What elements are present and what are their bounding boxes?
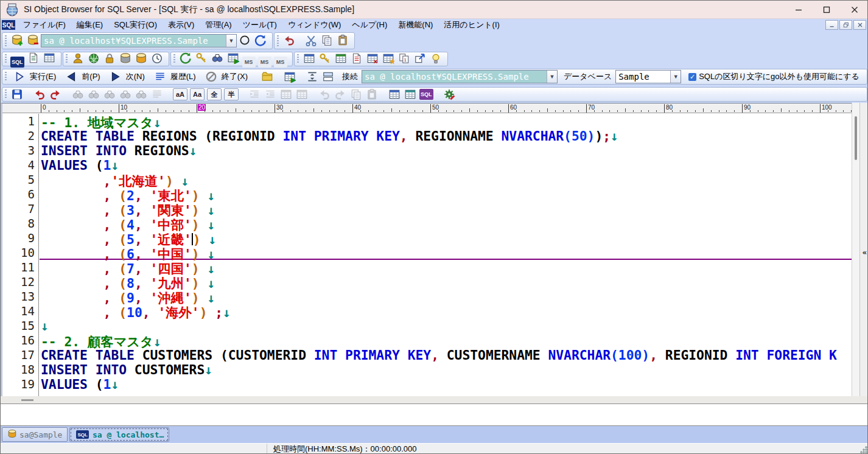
replace-icon[interactable] [135,88,148,101]
connection-combobox[interactable]: sa @ localhost¥SQLEXPRESS.Sample ▼ [41,34,237,47]
split-window-icon[interactable] [321,70,335,83]
find-prev-icon[interactable] [103,88,116,101]
splitter-handle[interactable] [21,399,33,401]
execute-button-icon[interactable] [13,70,26,83]
toolbar-grip[interactable] [5,89,7,99]
hint-icon[interactable] [429,52,443,65]
chevron-down-icon[interactable]: ▼ [547,71,557,83]
primary-key-icon[interactable] [318,52,332,65]
job-scheduler-icon[interactable] [150,52,164,65]
paste-icon[interactable] [336,33,349,47]
session-refresh-icon[interactable] [179,51,192,65]
save-icon[interactable] [10,88,24,101]
undo-icon[interactable] [33,88,46,101]
execute-to-grid-icon[interactable]: ▶ [283,70,296,83]
toolbar-grip[interactable] [277,35,279,46]
next-button[interactable]: 次(N) [105,70,150,83]
disconnect-database-icon[interactable] [26,33,40,47]
toolbar-grip[interactable] [5,35,7,46]
select-undo-icon[interactable] [318,88,331,101]
stop-icon[interactable] [238,33,251,47]
sql-reference-icon[interactable]: SQL [419,89,433,100]
window-tab-2[interactable]: SQLsa @ localhost… [69,427,169,442]
copy-icon[interactable] [320,33,334,47]
end-button[interactable]: 終了(X) [201,70,253,83]
redo-icon[interactable] [49,88,62,101]
table-analyze-icon[interactable]: ★ [382,52,395,65]
to-zenkaku-button[interactable]: 全 [207,88,222,100]
collapse-panel-button[interactable]: « [860,246,868,259]
find-icon[interactable] [71,88,85,101]
table-maintenance-icon[interactable] [334,52,348,65]
ms-profiler-icon[interactable]: MS [274,57,287,68]
tablespace-icon[interactable] [135,52,148,65]
menu-item[interactable]: 新機能(N) [393,19,438,30]
menu-item[interactable]: 管理(A) [200,19,237,30]
toolbar-grip[interactable] [5,72,7,82]
uncomment-block-icon[interactable] [295,88,309,101]
object-list-window-icon[interactable] [43,51,56,65]
undo-input-icon[interactable] [282,33,296,47]
ms-query-analyzer-icon[interactable]: MS [242,57,256,68]
table-drop-icon[interactable]: × [366,52,379,65]
data-display-icon[interactable] [303,52,316,65]
sql-search-icon[interactable] [211,51,224,65]
resize-grip[interactable] [859,445,867,453]
mdi-restore-button[interactable] [839,20,852,30]
sql-format-icon[interactable] [388,88,401,101]
mdi-close-button[interactable] [853,20,866,30]
unindent-icon[interactable] [264,88,277,101]
session-combobox[interactable]: sa @ localhost¥SQLEXPRESS.Sample ▼ [362,70,558,83]
delimiter-checkbox[interactable]: ✓ [688,73,696,81]
database-combobox[interactable]: Sample ▼ [615,70,681,83]
menu-item[interactable]: SQL実行(O) [108,19,163,30]
end-button-icon[interactable] [205,70,218,83]
execute-button[interactable]: 実行(E) [9,70,61,83]
vertical-scrollbar[interactable] [852,103,859,396]
horizontal-splitter[interactable] [1,396,868,403]
table-transfer-icon[interactable]: ▶ [226,51,240,65]
reconnect-icon[interactable] [254,33,267,47]
prev-button-icon[interactable] [65,70,78,83]
security-lock-icon[interactable] [103,52,116,65]
copy-object-icon[interactable]: 1 [397,52,411,65]
history-button-icon[interactable] [153,70,167,83]
select-redo-icon[interactable] [334,88,347,101]
close-button[interactable] [841,1,868,19]
mdi-minimize-button[interactable] [825,20,838,30]
window-tab-1[interactable]: sa@Sample [2,427,68,442]
code-area[interactable]: -- 1. 地域マスタ↓CREATE TABLE REGIONS (REGION… [40,114,852,396]
next-button-icon[interactable] [109,70,122,83]
select-paste-icon[interactable] [365,88,379,101]
to-uppercase-button[interactable]: aA [173,88,187,100]
script-window-icon[interactable] [27,51,40,65]
to-hankaku-button[interactable]: 半 [224,88,239,100]
ddl-display-icon[interactable] [350,52,363,65]
menu-item[interactable]: ツール(T) [237,19,282,30]
connect-database-icon[interactable] [10,33,24,47]
minimize-button[interactable] [785,1,813,19]
menu-item[interactable]: ファイル(F) [18,19,71,30]
menu-item[interactable]: ウィンドウ(W) [282,19,346,30]
menu-item[interactable]: ヘルプ(H) [346,19,393,30]
menu-item[interactable]: 編集(E) [71,19,108,30]
privilege-key-icon[interactable] [195,51,208,65]
select-copy-icon[interactable] [349,88,363,101]
maximize-button[interactable] [813,1,841,19]
result-window-icon[interactable] [404,88,417,101]
menu-item[interactable]: 活用のヒント(I) [438,19,505,30]
editor-settings-icon[interactable] [443,88,456,101]
toolbar-grip[interactable] [173,54,175,63]
open-file-icon[interactable] [261,70,274,83]
chevron-down-icon[interactable]: ▼ [226,35,236,47]
menu-item[interactable]: 表示(V) [163,19,200,30]
toolbar-grip[interactable] [66,54,68,63]
to-lowercase-button[interactable]: Aa [190,88,205,100]
user-management-icon[interactable] [71,52,85,65]
sql-window-icon[interactable]: SQL [10,57,24,68]
comment-block-icon[interactable] [279,88,293,101]
chevron-down-icon[interactable]: ▼ [670,71,681,83]
fit-height-icon[interactable] [306,70,319,83]
history-button[interactable]: 履歴(L) [150,70,201,83]
shortcut-icon[interactable] [413,52,427,65]
